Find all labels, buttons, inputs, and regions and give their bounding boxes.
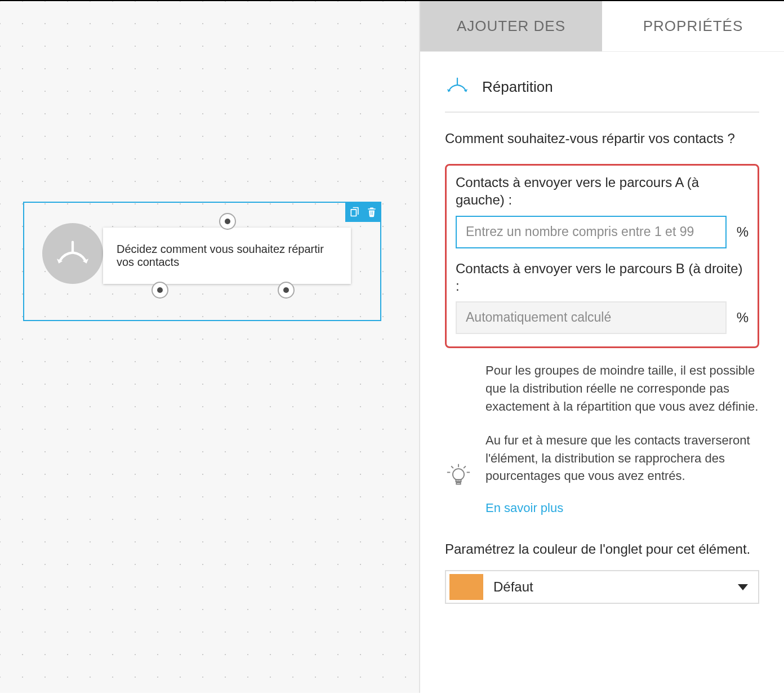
svg-point-5 (453, 469, 464, 480)
workflow-canvas[interactable]: Décidez comment vous souhaitez répartir … (0, 1, 419, 693)
node-port-out-b[interactable] (278, 282, 295, 299)
path-a-input[interactable] (456, 216, 727, 248)
percent-symbol: % (737, 224, 749, 240)
path-a-label: Contacts à envoyer vers le parcours A (à… (456, 174, 749, 208)
split-node-card[interactable]: Décidez comment vous souhaitez répartir … (103, 228, 351, 284)
trash-icon[interactable] (366, 206, 378, 218)
lightbulb-icon (445, 362, 472, 515)
color-section-label: Paramétrez la couleur de l'onglet pour c… (445, 540, 759, 558)
color-select-value: Défaut (493, 579, 728, 595)
sidebar-tabs: AJOUTER DES PROPRIÉTÉS (420, 1, 784, 52)
sidebar: AJOUTER DES PROPRIÉTÉS Répartition Comme… (419, 1, 784, 693)
path-b-input (456, 301, 727, 334)
split-node-selection[interactable]: Décidez comment vous souhaitez répartir … (23, 202, 381, 321)
node-card-text: Décidez comment vous souhaitez répartir … (117, 243, 337, 269)
panel-header: Répartition (445, 74, 759, 113)
svg-line-3 (451, 466, 453, 468)
node-port-in[interactable] (219, 213, 236, 230)
highlight-annotation: Contacts à envoyer vers le parcours A (à… (445, 164, 759, 348)
info-text-2: Au fur et à mesure que les contacts trav… (485, 431, 759, 486)
percent-symbol: % (737, 310, 749, 326)
learn-more-link[interactable]: En savoir plus (485, 501, 759, 515)
svg-line-4 (464, 466, 466, 468)
duplicate-icon[interactable] (349, 206, 361, 218)
panel-title: Répartition (482, 78, 553, 96)
split-icon (42, 223, 103, 284)
tab-add[interactable]: AJOUTER DES (420, 1, 602, 51)
path-b-label: Contacts à envoyer vers le parcours B (à… (456, 260, 749, 295)
split-icon (445, 74, 470, 99)
panel-question: Comment souhaitez-vous répartir vos cont… (445, 130, 759, 147)
color-swatch (449, 574, 483, 600)
info-text-1: Pour les groupes de moindre taille, il e… (485, 362, 759, 416)
color-select[interactable]: Défaut (445, 570, 759, 604)
node-port-out-a[interactable] (152, 282, 168, 299)
node-toolbar (345, 202, 381, 222)
chevron-down-icon (738, 584, 748, 590)
tab-properties[interactable]: PROPRIÉTÉS (602, 1, 784, 51)
